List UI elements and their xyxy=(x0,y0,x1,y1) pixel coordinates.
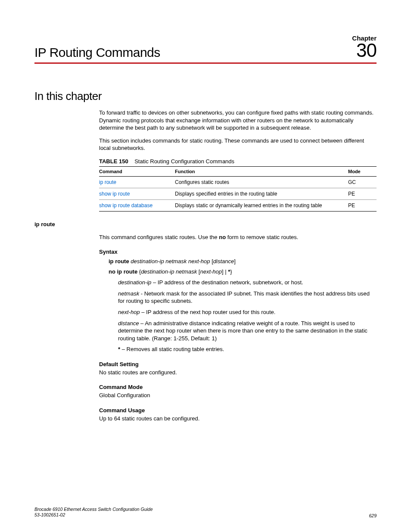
syntax2-args: destination-ip netmask xyxy=(141,268,197,275)
desc-bold: no xyxy=(219,234,226,240)
intro-para-2: This section includes commands for stati… xyxy=(99,137,377,152)
default-setting-heading: Default Setting xyxy=(99,361,377,367)
syntax-heading: Syntax xyxy=(99,249,377,255)
footer-left: Brocade 6910 Ethernet Access Switch Conf… xyxy=(34,507,153,518)
cmd-function: Displays static or dynamically learned e… xyxy=(175,199,348,211)
desc-pre: This command configures static routes. U… xyxy=(99,234,219,240)
cmd-link-show-ip-route-database[interactable]: show ip route database xyxy=(99,199,175,211)
cmd-link-ip-route[interactable]: ip route xyxy=(99,176,175,188)
section-title: In this chapter xyxy=(34,90,377,103)
param-desc: – An administrative distance indicating … xyxy=(118,320,367,342)
param-desc: – Removes all static routing table entri… xyxy=(120,346,224,352)
cmd-function: Displays specified entries in the routin… xyxy=(175,188,348,199)
syntax2-mid2: ] | xyxy=(222,268,228,275)
param-name: netmask xyxy=(118,290,139,297)
command-name-heading: ip route xyxy=(34,221,377,227)
param-name: destination-ip xyxy=(118,279,151,286)
footer-page-number: 629 xyxy=(369,513,377,518)
table-header-row: Command Function Mode xyxy=(99,166,377,176)
command-mode-text: Global Configuration xyxy=(99,392,377,399)
chapter-header: IP Routing Commands 30 xyxy=(34,41,377,64)
intro-para-1: To forward traffic to devices on other s… xyxy=(99,109,377,132)
param-netmask: netmask - Network mask for the associate… xyxy=(118,290,377,305)
syntax-line-2: no ip route {destination-ip netmask [nex… xyxy=(109,268,377,276)
th-function: Function xyxy=(175,166,348,176)
param-nexthop: next-hop – IP address of the next hop ro… xyxy=(118,308,377,316)
syntax1-args: destination-ip netmask next-hop xyxy=(131,258,210,264)
table-caption: TABLE 150 Static Routing Configuration C… xyxy=(99,158,377,165)
th-mode: Mode xyxy=(348,166,377,176)
table-caption-text: Static Routing Configuration Commands xyxy=(134,158,234,165)
cmd-link-show-ip-route[interactable]: show ip route xyxy=(99,188,175,199)
syntax-line-1: ip route destination-ip netmask next-hop… xyxy=(109,258,377,265)
param-destination-ip: destination-ip – IP address of the desti… xyxy=(118,279,377,286)
syntax2-nexthop: next-hop xyxy=(200,268,222,275)
footer-doc-title: Brocade 6910 Ethernet Access Switch Conf… xyxy=(34,507,153,513)
default-setting-text: No static routes are configured. xyxy=(99,369,377,376)
param-star: * – Removes all static routing table ent… xyxy=(118,345,377,353)
cmd-function: Configures static routes xyxy=(175,176,348,188)
command-usage-text: Up to 64 static routes can be configured… xyxy=(99,415,377,423)
table-label: TABLE 150 xyxy=(99,158,128,165)
cmd-mode: PE xyxy=(348,188,377,199)
param-desc: - Network mask for the associated IP sub… xyxy=(118,290,370,305)
param-desc: – IP address of the next hop router used… xyxy=(140,309,276,315)
page: Chapter IP Routing Commands 30 In this c… xyxy=(0,0,411,532)
chapter-number: 30 xyxy=(356,41,377,62)
cmd-mode: PE xyxy=(348,199,377,211)
syntax1-distance: distance xyxy=(213,258,234,264)
command-mode-heading: Command Mode xyxy=(99,384,377,390)
footer-doc-id: 53-1002651-02 xyxy=(34,512,153,518)
syntax1-close: ] xyxy=(234,258,236,264)
syntax2-cmd: no ip route xyxy=(109,268,139,275)
th-command: Command xyxy=(99,166,175,176)
syntax1-open: [ xyxy=(210,258,213,264)
command-description: This command configures static routes. U… xyxy=(99,233,377,241)
syntax1-cmd: ip route xyxy=(109,258,131,264)
cmd-mode: GC xyxy=(348,176,377,188)
param-name: distance xyxy=(118,320,139,327)
command-usage-heading: Command Usage xyxy=(99,407,377,414)
command-table: Command Function Mode ip route Configure… xyxy=(99,166,377,212)
syntax2-brace-close: } xyxy=(230,268,232,275)
section-body: To forward traffic to devices on other s… xyxy=(99,109,377,212)
desc-post: form to remove static routes. xyxy=(226,234,298,240)
table-row: ip route Configures static routes GC xyxy=(99,176,377,188)
table-row: show ip route database Displays static o… xyxy=(99,199,377,211)
command-body: This command configures static routes. U… xyxy=(99,233,377,423)
param-distance: distance – An administrative distance in… xyxy=(118,320,377,342)
param-desc: – IP address of the destination network,… xyxy=(151,279,303,286)
table-row: show ip route Displays specified entries… xyxy=(99,188,377,199)
chapter-title: IP Routing Commands xyxy=(34,45,160,62)
page-footer: Brocade 6910 Ethernet Access Switch Conf… xyxy=(34,507,377,518)
param-name: next-hop xyxy=(118,309,140,315)
